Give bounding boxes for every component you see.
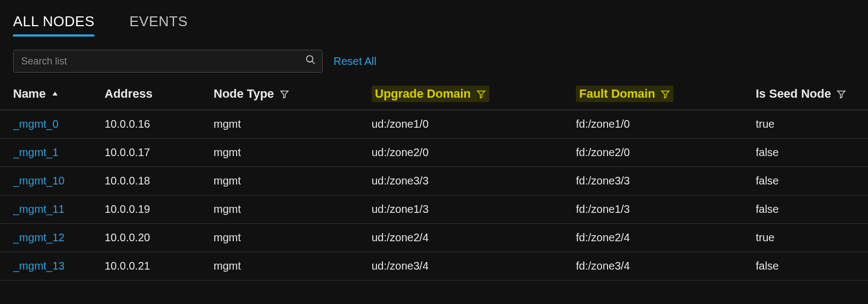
cell-node-type: mgmt (207, 139, 365, 167)
col-label: Address (105, 87, 153, 101)
table-row: _mgmt_10 10.0.0.18 mgmt ud:/zone3/3 fd:/… (0, 167, 868, 195)
cell-node-type: mgmt (207, 224, 365, 252)
cell-address: 10.0.0.20 (98, 224, 207, 252)
col-header-address[interactable]: Address (98, 81, 207, 110)
col-label: Name (13, 87, 46, 101)
cell-is-seed-node: true (749, 224, 868, 252)
tab-events[interactable]: EVENTS (129, 13, 187, 37)
col-label: Upgrade Domain (375, 87, 471, 101)
cell-is-seed-node: false (749, 252, 868, 281)
search-wrap (13, 50, 323, 73)
cell-upgrade-domain: ud:/zone2/4 (365, 224, 569, 252)
col-header-is-seed-node[interactable]: Is Seed Node (749, 81, 868, 110)
cell-upgrade-domain: ud:/zone1/0 (365, 110, 569, 139)
tab-all-nodes[interactable]: ALL NODES (13, 13, 94, 37)
col-header-node-type[interactable]: Node Type (207, 81, 365, 110)
search-input[interactable] (13, 50, 323, 73)
cell-fault-domain: fd:/zone3/4 (569, 252, 749, 281)
cell-fault-domain: fd:/zone1/3 (569, 195, 749, 224)
cell-fault-domain: fd:/zone1/0 (569, 110, 749, 139)
node-name-link[interactable]: _mgmt_10 (13, 175, 65, 187)
node-name-link[interactable]: _mgmt_1 (13, 146, 58, 158)
node-name-link[interactable]: _mgmt_12 (13, 231, 65, 243)
cell-address: 10.0.0.21 (98, 252, 207, 281)
col-label: Node Type (214, 87, 274, 101)
table-row: _mgmt_0 10.0.0.16 mgmt ud:/zone1/0 fd:/z… (0, 110, 868, 139)
col-header-name[interactable]: Name (0, 81, 98, 110)
cell-upgrade-domain: ud:/zone2/0 (365, 139, 569, 167)
nodes-table: Name Address Node Type (0, 81, 868, 281)
cell-is-seed-node: false (749, 139, 868, 167)
toolbar: Reset All (0, 37, 868, 81)
cell-address: 10.0.0.19 (98, 195, 207, 224)
table-header-row: Name Address Node Type (0, 81, 868, 110)
reset-all-link[interactable]: Reset All (333, 55, 377, 68)
cell-node-type: mgmt (207, 252, 365, 281)
node-name-link[interactable]: _mgmt_0 (13, 118, 58, 130)
cell-fault-domain: fd:/zone2/4 (569, 224, 749, 252)
col-header-upgrade-domain[interactable]: Upgrade Domain (365, 81, 569, 110)
filter-icon[interactable] (280, 89, 289, 99)
cell-is-seed-node: false (749, 167, 868, 195)
cell-node-type: mgmt (207, 195, 365, 224)
cell-is-seed-node: false (749, 195, 868, 224)
cell-is-seed-node: true (749, 110, 868, 139)
cell-upgrade-domain: ud:/zone3/3 (365, 167, 569, 195)
cell-upgrade-domain: ud:/zone1/3 (365, 195, 569, 224)
filter-icon[interactable] (476, 89, 486, 99)
cell-node-type: mgmt (207, 110, 365, 139)
cell-address: 10.0.0.16 (98, 110, 207, 139)
table-body: _mgmt_0 10.0.0.16 mgmt ud:/zone1/0 fd:/z… (0, 110, 868, 281)
col-label: Fault Domain (579, 87, 655, 101)
table-row: _mgmt_13 10.0.0.21 mgmt ud:/zone3/4 fd:/… (0, 252, 868, 281)
cell-fault-domain: fd:/zone2/0 (569, 139, 749, 167)
sort-asc-icon (51, 90, 59, 98)
tab-bar: ALL NODES EVENTS (0, 0, 868, 37)
col-label: Is Seed Node (756, 87, 831, 101)
table-row: _mgmt_11 10.0.0.19 mgmt ud:/zone1/3 fd:/… (0, 195, 868, 224)
cell-address: 10.0.0.18 (98, 167, 207, 195)
col-header-fault-domain[interactable]: Fault Domain (569, 81, 749, 110)
filter-icon[interactable] (836, 89, 846, 99)
table-row: _mgmt_1 10.0.0.17 mgmt ud:/zone2/0 fd:/z… (0, 139, 868, 167)
table-row: _mgmt_12 10.0.0.20 mgmt ud:/zone2/4 fd:/… (0, 224, 868, 252)
cell-node-type: mgmt (207, 167, 365, 195)
cell-fault-domain: fd:/zone3/3 (569, 167, 749, 195)
cell-address: 10.0.0.17 (98, 139, 207, 167)
filter-icon[interactable] (660, 89, 670, 99)
node-name-link[interactable]: _mgmt_11 (13, 203, 65, 215)
node-name-link[interactable]: _mgmt_13 (13, 260, 65, 272)
cell-upgrade-domain: ud:/zone3/4 (365, 252, 569, 281)
